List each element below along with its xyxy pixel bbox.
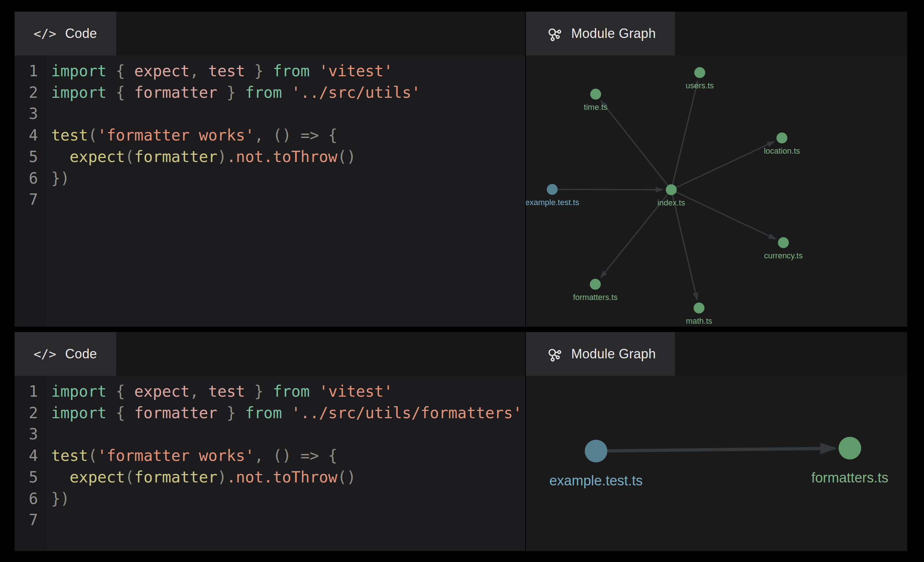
graph-node-label: formatters.ts	[573, 293, 618, 302]
code-line: 7	[15, 510, 525, 531]
tab-module-graph[interactable]: Module Graph	[526, 332, 675, 376]
code-token: test	[208, 383, 245, 401]
code-text: import { expect, test } from 'vitest'	[38, 381, 393, 402]
graph-node-math[interactable]	[693, 302, 705, 314]
code-token: '../src/utils'	[291, 84, 420, 102]
code-token: import	[51, 404, 106, 422]
module-graph-icon	[545, 345, 562, 363]
graph-node-label: formatters.ts	[811, 470, 888, 485]
code-token	[51, 148, 70, 166]
graph-node-label: example.test.ts	[549, 473, 643, 488]
code-text: test('formatter works', () => {	[38, 125, 338, 146]
code-token	[310, 383, 319, 401]
code-line: 5 expect(formatter).not.toThrow()	[15, 467, 525, 488]
tab-label: Code	[65, 346, 97, 362]
graph-node-index[interactable]	[666, 184, 677, 195]
code-panel-header: </> Code	[15, 12, 525, 55]
code-token: .not.toThrow	[226, 148, 337, 166]
line-number: 1	[15, 381, 38, 402]
code-token: from	[273, 383, 310, 401]
code-content: 1import { expect, test } from 'vitest'2i…	[15, 55, 525, 211]
code-text: test('formatter works', () => {	[38, 445, 338, 467]
panel-graph-top: Module Graph users.tstime.tslocation.tse…	[526, 12, 907, 327]
code-line: 2import { formatter } from '../src/utils…	[15, 82, 525, 104]
code-token: from	[273, 62, 310, 80]
code-line: 6})	[15, 488, 525, 510]
code-line: 3	[15, 424, 525, 445]
code-text	[38, 189, 51, 211]
line-number: 6	[15, 488, 38, 510]
code-token: })	[51, 169, 70, 187]
graph-node-example[interactable]	[585, 440, 608, 462]
tab-code[interactable]: </> Code	[15, 12, 116, 55]
code-line: 7	[15, 189, 525, 211]
code-text: import { expect, test } from 'vitest'	[38, 61, 393, 82]
code-token: ()	[338, 148, 356, 166]
code-token: test	[51, 447, 88, 465]
tab-module-graph[interactable]: Module Graph	[526, 12, 675, 55]
tab-code[interactable]: </> Code	[15, 332, 116, 376]
graph-node-label: currency.ts	[764, 251, 803, 260]
line-number: 5	[15, 467, 38, 488]
line-number: 5	[15, 146, 38, 168]
line-number: 7	[15, 189, 38, 211]
code-token: expect	[134, 62, 190, 80]
code-token: (	[88, 126, 97, 144]
code-editor[interactable]: 1import { expect, test } from 'vitest'2i…	[15, 376, 525, 551]
code-token: {	[106, 383, 134, 401]
panel-graph-bottom: Module Graph example.test.tsformatters.t…	[526, 332, 907, 551]
graph-node-formatters[interactable]	[590, 279, 601, 290]
tab-label: Code	[65, 26, 97, 41]
graph-node-time[interactable]	[590, 89, 601, 100]
code-panel-header: </> Code	[15, 332, 525, 376]
code-line: 4test('formatter works', () => {	[15, 125, 525, 146]
code-token	[310, 62, 319, 80]
code-content: 1import { expect, test } from 'vitest'2i…	[15, 376, 525, 531]
code-token: '../src/utils/formatters'	[291, 404, 522, 422]
code-token: formatter	[134, 148, 218, 166]
graph-node-example[interactable]	[547, 184, 558, 195]
code-line: 4test('formatter works', () => {	[15, 445, 525, 467]
code-token: ()	[338, 468, 356, 486]
code-text	[38, 103, 51, 125]
code-token: .not.toThrow	[226, 468, 337, 486]
code-line: 6})	[15, 168, 525, 190]
code-text: expect(formatter).not.toThrow()	[38, 467, 356, 488]
graph-node-currency[interactable]	[778, 237, 789, 248]
code-token: 'vitest'	[319, 62, 393, 80]
code-token: , () => {	[254, 447, 338, 465]
code-token: )	[217, 468, 226, 486]
code-icon: </>	[34, 26, 56, 41]
module-graph-view[interactable]: users.tstime.tslocation.tsexample.test.t…	[526, 55, 907, 327]
code-line: 2import { formatter } from '../src/utils…	[15, 402, 525, 424]
code-token: ,	[189, 62, 208, 80]
line-number: 3	[15, 424, 38, 445]
code-editor[interactable]: 1import { expect, test } from 'vitest'2i…	[15, 55, 525, 327]
code-text: expect(formatter).not.toThrow()	[38, 146, 356, 168]
code-token	[282, 404, 291, 422]
graph-node-users[interactable]	[694, 67, 705, 78]
code-token: )	[217, 148, 226, 166]
code-text: })	[38, 488, 70, 510]
code-token: import	[51, 62, 106, 80]
code-text	[38, 424, 51, 445]
code-token: {	[106, 404, 134, 422]
code-line: 1import { expect, test } from 'vitest'	[15, 61, 525, 82]
code-token: expect	[70, 468, 125, 486]
graph-node-formatters[interactable]	[838, 437, 861, 459]
graph-node-location[interactable]	[777, 133, 788, 143]
code-token: from	[245, 404, 282, 422]
code-token: 'formatter works'	[97, 447, 254, 465]
code-token: (	[125, 468, 134, 486]
code-token	[51, 468, 70, 486]
module-graph-canvas: example.test.tsformatters.ts	[526, 376, 907, 551]
code-token: formatter	[134, 404, 218, 422]
code-token: formatter	[134, 468, 218, 486]
line-number: 1	[15, 61, 38, 82]
module-graph-view[interactable]: example.test.tsformatters.ts	[526, 376, 907, 551]
code-token: test	[51, 126, 88, 144]
line-number: 3	[15, 103, 38, 125]
panel-code-top: </> Code 1import { expect, test } from '…	[15, 12, 525, 327]
panel-code-bottom: </> Code 1import { expect, test } from '…	[15, 332, 525, 551]
code-token: ,	[189, 383, 208, 401]
